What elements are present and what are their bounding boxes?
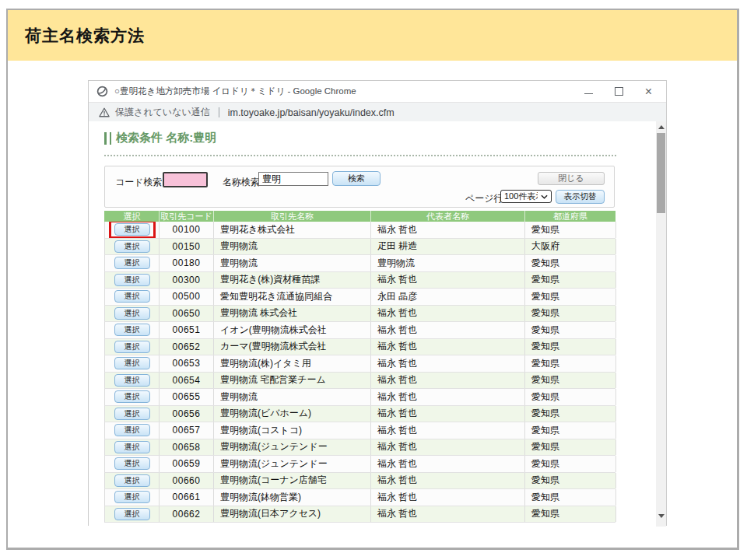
select-wrap: 選択 <box>111 474 153 488</box>
cell-code: 00652 <box>160 339 214 355</box>
select-button[interactable]: 選択 <box>114 408 150 420</box>
display-toggle-button[interactable]: 表示切替 <box>556 190 605 204</box>
cell-pref: 愛知県 <box>525 406 616 422</box>
select-wrap: 選択 <box>111 323 153 337</box>
cell-code: 00300 <box>160 272 214 289</box>
minimize-icon[interactable] <box>584 93 593 94</box>
select-button[interactable]: 選択 <box>114 324 150 336</box>
cell-name: 豊明物流 <box>214 239 371 255</box>
select-button[interactable]: 選択 <box>114 491 150 503</box>
page-rows-select[interactable]: 100件表示 <box>500 190 552 203</box>
table-header-row: 選択 取引先コード 取引先名称 代表者名称 都道府県 <box>104 211 615 222</box>
select-wrap: 選択 <box>111 256 153 270</box>
cell-name: 豊明物流(株)イタミ用 <box>214 355 371 372</box>
name-search-input[interactable] <box>258 172 328 186</box>
infobar-separator <box>219 107 219 117</box>
table-row: 選択 00655 豊明物流 福永 哲也 愛知県 <box>104 389 615 406</box>
code-search-input[interactable] <box>163 172 208 187</box>
scrollbar[interactable] <box>656 121 666 527</box>
cell-name: 豊明物流(コストコ) <box>214 422 371 439</box>
cell-code: 00654 <box>160 373 214 389</box>
select-button[interactable]: 選択 <box>114 374 150 387</box>
select-wrap: 選択 <box>111 273 153 287</box>
close-icon[interactable]: × <box>645 86 652 97</box>
browser-titlebar: ○豊明花き地方卸売市場 イロドリ＊ミドリ - Google Chrome × <box>89 81 666 102</box>
cell-select: 選択 <box>105 322 160 338</box>
cell-name: イオン(豊明物流株式会社 <box>214 322 371 338</box>
select-button[interactable]: 選択 <box>114 508 150 520</box>
cell-select: 選択 <box>105 339 160 355</box>
cell-code: 00658 <box>160 439 214 456</box>
select-button[interactable]: 選択 <box>114 240 150 253</box>
maximize-icon[interactable] <box>615 87 623 96</box>
table-row: 選択 00500 愛知豊明花き流通協同組合 永田 晶彦 愛知県 <box>104 289 615 306</box>
table-row: 選択 00659 豊明物流(ジュンテンドー 福永 哲也 愛知県 <box>104 456 615 473</box>
select-button[interactable]: 選択 <box>114 441 150 453</box>
cell-select: 選択 <box>105 355 160 372</box>
select-wrap: 選択 <box>111 340 153 354</box>
code-search-label: コード検索 <box>115 176 163 189</box>
cell-pref: 愛知県 <box>525 339 616 355</box>
scroll-up-icon[interactable] <box>658 125 665 129</box>
select-wrap: 選択 <box>111 457 153 471</box>
select-button[interactable]: 選択 <box>114 257 150 269</box>
select-button[interactable]: 選択 <box>114 474 150 487</box>
table-row: 選択 00651 イオン(豊明物流株式会社 福永 哲也 愛知県 <box>104 322 615 339</box>
address-bar: 保護されていない通信 im.toyoake.jp/baisan/yoyaku/i… <box>89 102 666 123</box>
cell-rep: 福永 哲也 <box>371 489 525 506</box>
cell-rep: 福永 哲也 <box>371 389 525 405</box>
header-rep: 代表者名称 <box>371 211 525 222</box>
cell-pref: 愛知県 <box>525 373 616 389</box>
cell-pref: 愛知県 <box>525 222 616 238</box>
table-row: 選択 00300 豊明花き(株)資材種苗課 福永 哲也 愛知県 <box>104 272 615 289</box>
select-button[interactable]: 選択 <box>114 424 150 436</box>
select-button[interactable]: 選択 <box>114 274 150 286</box>
select-button[interactable]: 選択 <box>114 223 150 236</box>
table-row: 選択 00660 豊明物流(コーナン店舗宅 福永 哲也 愛知県 <box>104 473 615 490</box>
cell-rep: 福永 哲也 <box>371 222 525 238</box>
search-button[interactable]: 検索 <box>332 171 381 186</box>
select-wrap: 選択 <box>111 306 153 320</box>
cell-pref: 愛知県 <box>525 389 616 405</box>
select-button[interactable]: 選択 <box>114 357 150 369</box>
select-wrap: 選択 <box>111 240 153 254</box>
cell-name: 愛知豊明花き流通協同組合 <box>214 289 371 305</box>
select-wrap: 選択 <box>111 390 153 404</box>
cell-name: 豊明物流(コーナン店舗宅 <box>214 473 371 489</box>
cell-select: 選択 <box>105 306 160 322</box>
select-wrap: 選択 <box>111 407 153 421</box>
table-row: 選択 00180 豊明物流 豊明物流 愛知県 <box>104 255 615 272</box>
cell-name: 豊明物流(鉢物営業) <box>214 489 371 506</box>
slide-title-band: 荷主名検索方法 <box>8 10 737 61</box>
cell-name: 豊明花き(株)資材種苗課 <box>214 272 371 289</box>
url-text[interactable]: im.toyoake.jp/baisan/yoyaku/index.cfm <box>228 107 395 118</box>
cell-name: 豊明物流 <box>214 255 371 271</box>
table-row: 選択 00654 豊明物流 宅配営業チーム 福永 哲也 愛知県 <box>104 373 615 390</box>
header-name: 取引先名称 <box>214 211 371 222</box>
select-button[interactable]: 選択 <box>114 390 150 403</box>
table-row: 選択 00656 豊明物流(ビバホーム) 福永 哲也 愛知県 <box>104 406 615 423</box>
cell-pref: 大阪府 <box>525 239 616 255</box>
table-row: 選択 00658 豊明物流(ジュンテンドー 福永 哲也 愛知県 <box>104 439 615 457</box>
select-button[interactable]: 選択 <box>114 290 150 303</box>
select-button[interactable]: 選択 <box>114 457 150 470</box>
cell-rep: 福永 哲也 <box>371 322 525 338</box>
cell-pref: 愛知県 <box>525 422 616 439</box>
select-wrap: 選択 <box>111 222 153 236</box>
cell-select: 選択 <box>105 456 160 472</box>
select-button[interactable]: 選択 <box>114 341 150 353</box>
scroll-down-icon[interactable] <box>658 514 665 518</box>
cell-pref: 愛知県 <box>525 473 616 489</box>
cell-select: 選択 <box>105 422 160 439</box>
cell-rep: 福永 哲也 <box>371 473 525 489</box>
cell-rep: 福永 哲也 <box>371 306 525 322</box>
cell-rep: 疋田 耕造 <box>371 239 525 255</box>
select-button[interactable]: 選択 <box>114 307 150 320</box>
select-wrap: 選択 <box>111 356 153 370</box>
close-page-button[interactable]: 閉じる <box>538 172 605 185</box>
table-row: 選択 00150 豊明物流 疋田 耕造 大阪府 <box>104 239 615 256</box>
cell-code: 00657 <box>160 422 214 439</box>
cell-code: 00662 <box>160 506 214 523</box>
scrollbar-thumb[interactable] <box>657 133 665 213</box>
cell-code: 00655 <box>160 389 214 405</box>
